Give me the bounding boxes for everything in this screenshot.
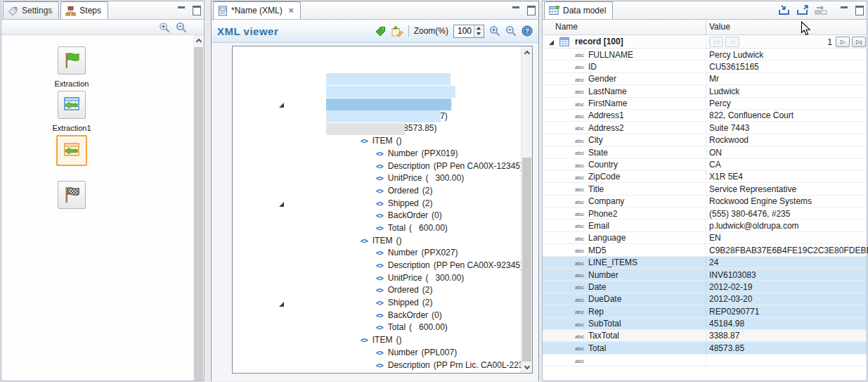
tab-data-model[interactable]: Data model bbox=[544, 1, 613, 19]
record-row[interactable]: record [100] |◁ ◁ 1 ▷ ▷| bbox=[543, 35, 867, 49]
xml-tree-node[interactable]: <>ITEM() bbox=[233, 298, 520, 310]
xml-tree-node[interactable]: <>Number(PPL007) bbox=[233, 310, 520, 322]
data-model-field-row[interactable]: abc DueDate 2012-03-20 bbox=[543, 293, 867, 305]
xml-tree-node[interactable]: <>Shipped(1) bbox=[233, 359, 520, 372]
tab-steps[interactable]: Steps bbox=[60, 1, 108, 19]
expand-triangle-icon[interactable] bbox=[279, 103, 284, 108]
zoom-spin-down-icon[interactable] bbox=[474, 31, 483, 37]
edit-data-icon[interactable] bbox=[391, 25, 403, 37]
export-data-model-icon[interactable] bbox=[796, 4, 809, 15]
data-model-field-row[interactable]: abc Title Service Representative bbox=[543, 183, 867, 195]
zoom-out-icon[interactable] bbox=[505, 25, 517, 37]
xml-tree-node[interactable]: <>TaxTotal( 3388.87) bbox=[233, 73, 520, 86]
xml-tree-node[interactable]: <>Total( 600.00) bbox=[233, 285, 520, 298]
data-model-field-row[interactable]: abc Rep REP0290771 bbox=[543, 305, 867, 317]
xml-tree-node[interactable]: <>BackOrder(0) bbox=[233, 173, 520, 186]
last-record-button[interactable]: ▷| bbox=[852, 37, 866, 47]
expand-triangle-icon[interactable] bbox=[279, 202, 284, 207]
xml-tree-node[interactable]: <>Ordered(2) bbox=[233, 148, 520, 161]
next-record-button[interactable]: ▷ bbox=[836, 37, 850, 47]
scroll-up-arrow[interactable] bbox=[522, 46, 532, 58]
xml-tree-node[interactable]: <>UnitPrice( 1000.00) bbox=[233, 335, 520, 348]
zoom-in-icon[interactable] bbox=[489, 25, 500, 37]
xml-tree-node[interactable]: <>Total( 48573.85) bbox=[233, 86, 520, 98]
data-model-field-row[interactable]: abc LINE_ITEMS 24 bbox=[543, 257, 867, 269]
xml-tree-node[interactable]: <>Description(PP Prn Lic. CA00L-22345) bbox=[233, 322, 520, 335]
minimize-panel-button[interactable] bbox=[177, 5, 186, 14]
zoom-out-icon[interactable] bbox=[176, 22, 187, 33]
data-model-field-row[interactable]: abc Email p.ludwick@oldrupa.com bbox=[543, 219, 867, 231]
data-model-field-row[interactable]: abc City Rockwood bbox=[543, 134, 867, 146]
data-model-field-row[interactable]: abc Total 48573.85 bbox=[543, 342, 867, 354]
data-model-field-row[interactable]: abc TaxTotal 3388.87 bbox=[543, 330, 867, 342]
zoom-value-input[interactable] bbox=[454, 25, 474, 37]
xml-tree-node[interactable]: <>Shipped(2) bbox=[233, 160, 520, 173]
previous-record-button[interactable]: ◁ bbox=[725, 37, 739, 47]
scrollbar-thumb[interactable] bbox=[522, 158, 531, 362]
xml-tree-node[interactable]: <>Description(PP Pen CA00X-92345) bbox=[233, 223, 520, 236]
step-extraction[interactable] bbox=[58, 91, 86, 119]
maximize-panel-button[interactable] bbox=[526, 5, 536, 14]
data-model-field-row[interactable]: abc Date 2012-02-19 bbox=[543, 281, 867, 293]
column-header-value[interactable]: Value bbox=[709, 22, 730, 32]
first-record-button[interactable]: |◁ bbox=[709, 37, 723, 47]
xml-tree-node[interactable]: <>ITEM() bbox=[233, 198, 520, 210]
data-model-field-row[interactable]: abc State ON bbox=[543, 146, 867, 158]
data-model-field-row[interactable]: abc Address1 822, Confluence Court bbox=[543, 110, 867, 122]
zoom-spin-up-icon[interactable] bbox=[474, 25, 483, 32]
data-model-field-row[interactable]: abc FULLNAME Percy Ludwick bbox=[543, 49, 867, 61]
data-model-field-row[interactable]: abc MD5 C9B28FBAB37E6B4FE19C2C3E80FDEBDE bbox=[543, 244, 867, 256]
scroll-down-arrow[interactable] bbox=[522, 362, 532, 373]
scroll-up-arrow[interactable] bbox=[193, 35, 204, 46]
xml-tree-node[interactable]: <>ITEM() bbox=[233, 98, 520, 111]
minimize-panel-button[interactable] bbox=[840, 5, 849, 14]
expand-triangle-icon[interactable] bbox=[549, 40, 554, 45]
xml-tree-node[interactable]: <>Ordered(1) bbox=[233, 348, 520, 360]
expand-triangle-icon[interactable] bbox=[279, 302, 284, 307]
maximize-panel-button[interactable] bbox=[855, 5, 864, 14]
field-name: Total bbox=[588, 343, 606, 353]
column-header-name[interactable]: Name bbox=[555, 22, 578, 32]
data-model-field-row[interactable]: abc ID CU53615165 bbox=[543, 61, 867, 72]
steps-canvas[interactable]: Extraction Extraction1 bbox=[1, 35, 204, 381]
xml-tree-node[interactable]: <>Rep(REP0290771) bbox=[233, 49, 520, 61]
xml-tree-node[interactable]: <>Ordered(2) bbox=[233, 248, 520, 260]
data-model-field-row[interactable]: abc Country CA bbox=[543, 159, 867, 171]
data-model-field-row[interactable]: abc Phone2 (555) 380-6476, #235 bbox=[543, 208, 867, 219]
step-start[interactable] bbox=[58, 46, 86, 75]
data-model-field-row[interactable]: abc Address2 Suite 7443 bbox=[543, 122, 867, 134]
scrollbar-thumb[interactable] bbox=[194, 47, 203, 381]
xml-tree-node[interactable]: <>Number(PPX027) bbox=[233, 210, 520, 223]
xml-tree-node[interactable]: <>Shipped(2) bbox=[233, 260, 520, 273]
import-data-model-icon[interactable] bbox=[778, 4, 791, 15]
steps-vertical-scrollbar[interactable] bbox=[193, 35, 204, 381]
tag-icon[interactable] bbox=[375, 25, 387, 37]
data-model-field-row[interactable]: abc SubTotal 45184.98 bbox=[543, 318, 867, 330]
data-model-field-row[interactable]: abc FirstName Percy bbox=[543, 98, 867, 110]
step-end[interactable] bbox=[58, 181, 86, 209]
xml-tree-node[interactable]: <>SubTotal( 45184.98) bbox=[233, 61, 520, 74]
maximize-panel-button[interactable] bbox=[192, 5, 201, 14]
xml-tree-node[interactable]: <>UnitPrice( 300.00) bbox=[233, 136, 520, 148]
close-tab-icon[interactable]: × bbox=[289, 6, 294, 15]
data-model-field-row[interactable]: abc bbox=[543, 355, 867, 367]
zoom-in-icon[interactable] bbox=[159, 22, 170, 33]
xml-tree-node[interactable]: <>Total( 600.00) bbox=[233, 186, 520, 198]
tab-name-xml[interactable]: *Name (XML) × bbox=[213, 1, 301, 19]
help-icon[interactable]: ? bbox=[522, 25, 533, 37]
data-model-field-row[interactable]: abc Company Rockwood Engine Systems bbox=[543, 196, 867, 208]
data-model-field-row[interactable]: abc Language EN bbox=[543, 232, 867, 244]
data-model-field-row[interactable]: abc ZipCode X1R 5E4 bbox=[543, 171, 867, 183]
xml-tree-node[interactable]: <>UnitPrice( 300.00) bbox=[233, 235, 520, 248]
tab-settings[interactable]: Settings bbox=[3, 1, 59, 19]
xml-tree-node[interactable]: <>Number(PPX019) bbox=[233, 110, 520, 123]
xml-tree-node[interactable]: <>BackOrder(0) bbox=[233, 272, 520, 285]
data-model-field-row[interactable]: abc Number INV6103083 bbox=[543, 269, 867, 281]
step-extraction1-selected[interactable] bbox=[56, 135, 87, 166]
minimize-panel-button[interactable] bbox=[512, 5, 521, 14]
data-model-field-row[interactable]: abc Gender Mr bbox=[543, 73, 867, 85]
data-model-field-row[interactable]: abc LastName Ludwick bbox=[543, 85, 867, 97]
xml-tree-node[interactable]: <>Description(PP Pen CA00X-12345) bbox=[233, 123, 520, 136]
xml-tree-vertical-scrollbar[interactable] bbox=[521, 46, 532, 373]
sync-data-model-icon[interactable] bbox=[815, 4, 827, 15]
